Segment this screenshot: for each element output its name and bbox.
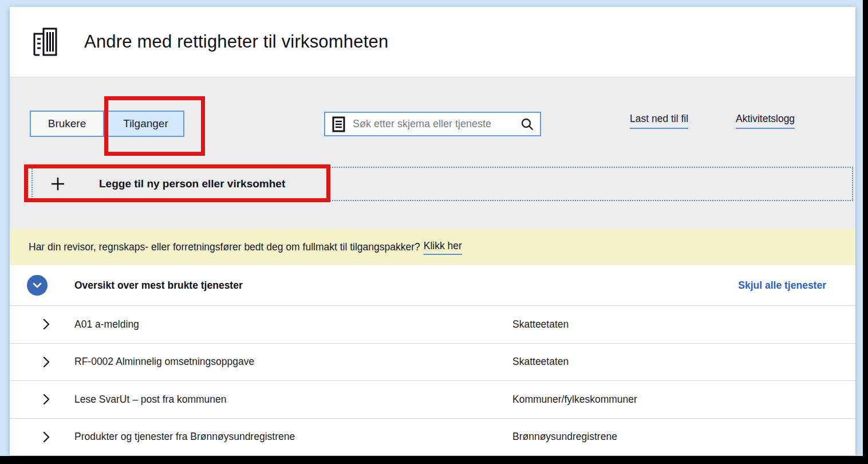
service-provider: Kommuner/fylkeskommuner (512, 394, 637, 406)
chevron-right-icon[interactable] (43, 431, 74, 443)
document-icon (332, 116, 346, 132)
services-section: Oversikt over mest brukte tjenester Skju… (10, 265, 855, 455)
service-row[interactable]: RF-0002 Alminnelig omsetningsoppgave Ska… (10, 343, 855, 381)
service-provider: Brønnøysundregistrene (512, 431, 617, 443)
chevron-right-icon[interactable] (43, 356, 74, 368)
screenshot-frame-right (863, 0, 868, 464)
service-name: Produkter og tjenester fra Brønnøysundre… (74, 431, 512, 443)
klikk-her-link[interactable]: Klikk her (424, 240, 462, 255)
add-person-label: Legge til ny person eller virksomhet (99, 178, 285, 190)
service-name: A01 a-melding (74, 318, 512, 331)
notice-text: Har din revisor, regnskaps- eller forret… (29, 241, 420, 253)
activity-log-link[interactable]: Aktivitetslogg (736, 113, 795, 129)
tab-tilganger[interactable]: Tilganger (107, 111, 184, 137)
add-person-button[interactable]: Legge til ny person eller virksomhet (31, 167, 853, 201)
plus-icon (51, 177, 65, 191)
services-title: Oversikt over mest brukte tjenester (74, 280, 243, 292)
service-name: Lese SvarUt – post fra kommunen (74, 394, 512, 406)
service-name: RF-0002 Alminnelig omsetningsoppgave (74, 356, 512, 368)
search-box[interactable] (324, 112, 541, 136)
toolbar: Brukere Tilganger Last ned til fil Aktiv… (10, 77, 855, 229)
building-icon (31, 26, 62, 57)
page-header: Andre med rettigheter til virksomheten (10, 7, 855, 77)
magnifier-icon[interactable] (520, 117, 534, 131)
collapse-toggle[interactable] (27, 275, 48, 296)
service-provider: Skatteetaten (512, 318, 569, 331)
chevron-right-icon[interactable] (43, 318, 74, 330)
hide-all-services-link[interactable]: Skjul alle tjenester (738, 280, 826, 292)
service-row[interactable]: Produkter og tjenester fra Brønnøysundre… (10, 418, 855, 456)
download-to-file-link[interactable]: Last ned til fil (630, 113, 688, 129)
notice-bar: Har din revisor, regnskaps- eller forret… (10, 229, 855, 265)
service-row[interactable]: Lese SvarUt – post fra kommunen Kommuner… (10, 380, 855, 418)
page-title: Andre med rettigheter til virksomheten (84, 32, 388, 52)
screenshot-frame-bottom (0, 456, 868, 464)
chevron-right-icon[interactable] (43, 394, 74, 405)
content-panel: Andre med rettigheter til virksomheten B… (10, 7, 855, 455)
services-header-row: Oversikt over mest brukte tjenester Skju… (10, 265, 855, 305)
search-input[interactable] (353, 118, 520, 130)
service-row[interactable]: A01 a-melding Skatteetaten (10, 305, 855, 343)
service-provider: Skatteetaten (512, 356, 569, 368)
tab-brukere[interactable]: Brukere (30, 111, 104, 137)
chevron-down-icon (33, 282, 42, 288)
